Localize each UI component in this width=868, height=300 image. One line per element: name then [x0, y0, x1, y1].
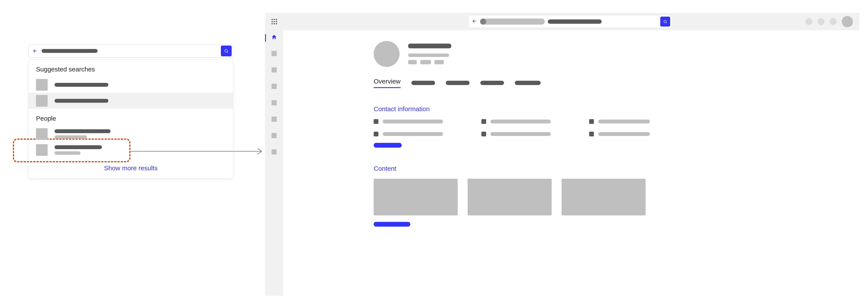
search-button[interactable] — [660, 17, 670, 27]
annotation-arrow-icon — [130, 146, 266, 156]
person-avatar-icon — [36, 144, 48, 156]
suggestion-thumb-icon — [36, 95, 48, 107]
contact-icon — [374, 132, 378, 136]
header-action-icon[interactable] — [806, 18, 812, 25]
nav-item-icon[interactable] — [271, 149, 277, 155]
tab-item[interactable] — [480, 81, 504, 85]
contact-field — [374, 119, 466, 124]
nav-item-icon[interactable] — [271, 133, 277, 139]
profile-content: Overview Contact information Content — [283, 30, 859, 296]
search-chip — [480, 19, 545, 25]
search-query-placeholder — [41, 49, 98, 53]
svg-point-0 — [225, 49, 227, 52]
suggested-item[interactable] — [29, 93, 233, 109]
contact-icon — [482, 119, 486, 124]
nav-home-icon[interactable] — [271, 34, 277, 40]
tab-item[interactable] — [515, 81, 541, 85]
profile-tags — [408, 60, 451, 64]
people-heading: People — [29, 109, 233, 126]
contact-icon — [589, 132, 594, 136]
content-card[interactable] — [562, 179, 646, 215]
profile-name — [408, 44, 451, 48]
person-name — [55, 129, 111, 133]
back-arrow-icon[interactable] — [32, 48, 38, 54]
search-query-text — [548, 20, 602, 24]
tab-item[interactable] — [411, 81, 435, 85]
back-arrow-icon[interactable] — [472, 19, 477, 25]
header-search-bar[interactable] — [469, 16, 672, 27]
search-button[interactable] — [221, 46, 231, 56]
content-card[interactable] — [468, 179, 552, 215]
content-heading: Content — [374, 165, 834, 172]
svg-point-2 — [664, 20, 666, 23]
content-link[interactable] — [374, 222, 410, 227]
contact-icon — [374, 119, 378, 124]
contact-value — [491, 119, 551, 124]
search-bar[interactable] — [28, 44, 233, 58]
suggestion-thumb-icon — [36, 79, 48, 91]
chip-avatar-icon — [480, 19, 486, 25]
contact-field — [374, 132, 466, 136]
contact-info-heading: Contact information — [374, 105, 834, 113]
content-card[interactable] — [374, 179, 458, 215]
suggestion-text — [55, 99, 108, 103]
profile-tag — [420, 60, 431, 64]
nav-selected-indicator — [265, 34, 266, 42]
profile-tag — [408, 60, 417, 64]
contact-grid — [374, 119, 834, 136]
app-launcher-icon[interactable] — [272, 19, 277, 24]
profile-avatar-icon — [374, 41, 400, 67]
tab-overview[interactable]: Overview — [374, 78, 401, 88]
nav-item-icon[interactable] — [271, 83, 277, 89]
show-more-results-link[interactable]: Show more results — [29, 158, 233, 174]
contact-value — [598, 119, 650, 124]
app-header — [265, 13, 859, 30]
contact-field — [482, 132, 574, 136]
person-name — [55, 145, 102, 149]
person-avatar-icon — [36, 128, 48, 140]
header-action-icon[interactable] — [817, 18, 825, 25]
contact-link[interactable] — [374, 143, 402, 147]
nav-item-icon[interactable] — [271, 100, 277, 106]
header-actions — [806, 16, 853, 27]
people-result-item[interactable] — [29, 126, 233, 142]
contact-icon — [482, 132, 486, 136]
profile-header — [374, 41, 834, 67]
contact-value — [383, 119, 443, 124]
profile-subtitle — [408, 54, 449, 57]
header-action-icon[interactable] — [830, 18, 837, 25]
contact-value — [491, 132, 551, 136]
contact-value — [598, 132, 650, 136]
nav-item-icon[interactable] — [271, 51, 277, 57]
contact-icon — [589, 119, 594, 124]
profile-tag — [434, 60, 444, 64]
nav-item-icon[interactable] — [271, 116, 277, 122]
nav-item-icon[interactable] — [271, 67, 277, 73]
contact-field — [482, 119, 574, 124]
tab-item[interactable] — [446, 81, 470, 85]
contact-value — [383, 132, 443, 136]
contact-field — [589, 132, 682, 136]
search-dropdown: Suggested searches People Show more resu… — [28, 59, 233, 179]
suggested-searches-heading: Suggested searches — [29, 60, 233, 77]
app-window: Overview Contact information Content — [265, 13, 859, 296]
person-subtitle — [55, 135, 87, 139]
profile-tabs: Overview — [374, 78, 834, 88]
suggestion-text — [55, 83, 108, 87]
nav-rail — [265, 30, 283, 296]
contact-field — [589, 119, 682, 124]
suggested-item[interactable] — [29, 77, 233, 93]
person-subtitle — [55, 151, 81, 155]
content-cards — [374, 179, 834, 215]
user-avatar-icon[interactable] — [842, 16, 853, 27]
search-dropdown-panel: Suggested searches People Show more resu… — [28, 44, 233, 179]
